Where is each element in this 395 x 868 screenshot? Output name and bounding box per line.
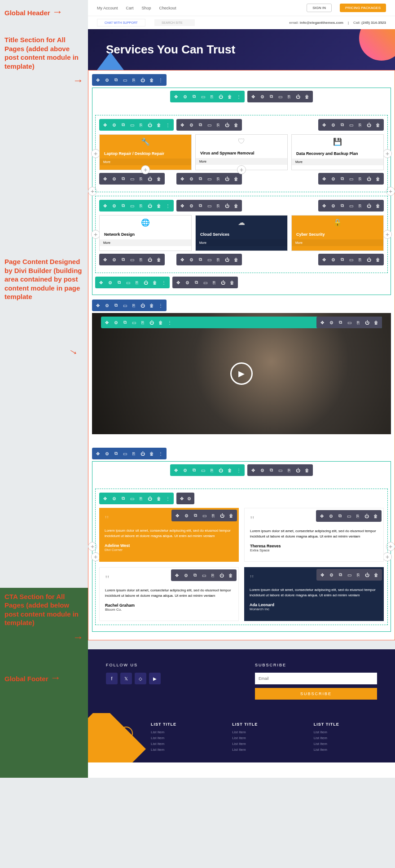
toolbar-icon[interactable]: ⚙ [186, 494, 193, 502]
add-button[interactable]: + [91, 552, 100, 561]
toolbar-icon[interactable]: ✥ [178, 121, 186, 129]
toolbar-icon[interactable]: ⎘ [356, 121, 364, 129]
toolbar-icon[interactable]: ⏻ [365, 202, 373, 210]
toolbar-icon[interactable]: ⏻ [146, 494, 154, 502]
toolbar-icon[interactable]: ⚙ [258, 466, 266, 474]
toolbar-icon[interactable]: 🗑 [155, 256, 163, 264]
section-toolbar[interactable]: ✥⚙⧉▭⎘⏻🗑⋮ [92, 448, 167, 459]
nav-my-account[interactable]: My Account [97, 6, 118, 10]
toolbar-icon[interactable]: ⧉ [338, 202, 346, 210]
toolbar-icon[interactable]: 🗑 [303, 93, 311, 101]
toolbar-icon[interactable]: ▭ [124, 278, 132, 286]
toolbar-icon[interactable]: ⧉ [338, 175, 346, 183]
footer-link[interactable]: List Item [151, 730, 214, 734]
module-toolbar[interactable]: ✥⚙⧉▭⎘⏻🗑 [318, 119, 384, 131]
toolbar-icon[interactable]: ⎘ [208, 466, 216, 474]
toolbar-icon[interactable]: ✥ [101, 202, 109, 210]
toolbar-icon[interactable]: ⏻ [146, 121, 154, 129]
more-link[interactable]: More [100, 159, 191, 165]
add-button[interactable]: + [383, 552, 392, 561]
toolbar-icon[interactable]: ▭ [128, 121, 136, 129]
toolbar-icon[interactable]: ⋮ [164, 121, 172, 129]
toolbar-icon[interactable]: ⏻ [146, 256, 154, 264]
toolbar-icon[interactable]: 🗑 [226, 93, 234, 101]
toolbar-icon[interactable]: 🗑 [148, 449, 156, 458]
toolbar-icon[interactable]: ⧉ [112, 76, 120, 84]
toolbar-icon[interactable]: ⎘ [356, 175, 364, 183]
row-toolbar[interactable]: ✥⚙⧉▭⎘⏻🗑⋮ [99, 493, 174, 504]
toolbar-icon[interactable]: ⚙ [187, 175, 195, 183]
toolbar-icon[interactable]: ⧉ [119, 202, 127, 210]
toolbar-icon[interactable]: ⏻ [148, 318, 156, 326]
footer-link[interactable]: List Item [151, 742, 214, 746]
toolbar-icon[interactable]: 🗑 [303, 466, 311, 474]
toolbar-icon[interactable]: ⏻ [139, 449, 147, 458]
toolbar-icon[interactable]: ✥ [97, 278, 105, 286]
toolbar-icon[interactable]: ⏻ [223, 175, 231, 183]
toolbar-icon[interactable]: ⧉ [336, 318, 344, 326]
footer-link[interactable]: List Item [314, 742, 377, 746]
toolbar-icon[interactable]: ⚙ [183, 278, 191, 286]
toolbar-icon[interactable]: ⚙ [112, 318, 120, 326]
module-toolbar[interactable]: ✥⚙⧉▭⎘⏻🗑 [247, 464, 313, 476]
toolbar-icon[interactable]: ✥ [320, 256, 328, 264]
row-toolbar[interactable]: ✥⚙⧉▭⎘⏻🗑⋮ [170, 91, 245, 102]
youtube-icon[interactable]: ▶ [149, 673, 161, 684]
toolbar-icon[interactable]: ✥ [101, 494, 109, 502]
toolbar-icon[interactable]: ⧉ [121, 318, 129, 326]
toolbar-icon[interactable]: ▭ [199, 93, 207, 101]
toolbar-icon[interactable]: ⏻ [217, 466, 225, 474]
toolbar-icon[interactable]: ⎘ [356, 202, 364, 210]
toolbar-icon[interactable]: ⧉ [267, 93, 275, 101]
toolbar-icon[interactable]: ⎘ [137, 494, 145, 502]
toolbar-icon[interactable]: ✥ [172, 466, 180, 474]
module-toolbar[interactable]: ✥⚙⧉▭⎘⏻🗑 [176, 119, 242, 131]
toolbar-icon[interactable]: ✥ [174, 278, 182, 286]
toolbar-icon[interactable]: ⧉ [119, 121, 127, 129]
toolbar-icon[interactable]: ✥ [101, 175, 109, 183]
more-link[interactable]: More [196, 239, 287, 246]
more-link[interactable]: More [100, 239, 191, 246]
toolbar-icon[interactable]: ▭ [347, 256, 355, 264]
toolbar-icon[interactable]: ⏻ [223, 202, 231, 210]
row-toolbar[interactable]: ✥⚙⧉▭⎘⏻🗑⋮ [170, 464, 245, 476]
toolbar-icon[interactable]: ⏻ [294, 466, 302, 474]
toolbar-icon[interactable]: ⏻ [139, 76, 147, 84]
module-toolbar[interactable]: ✥⚙⧉▭⎘⏻🗑 [316, 317, 382, 328]
footer-link[interactable]: List Item [151, 748, 214, 752]
toolbar-icon[interactable]: ⧉ [112, 301, 120, 309]
toolbar-icon[interactable]: ✥ [178, 494, 185, 502]
toolbar-icon[interactable]: ⎘ [354, 318, 362, 326]
toolbar-icon[interactable]: ⎘ [133, 278, 141, 286]
toolbar-icon[interactable]: ✥ [320, 202, 328, 210]
toolbar-icon[interactable]: ✥ [320, 121, 328, 129]
toolbar-icon[interactable]: ▭ [128, 202, 136, 210]
toolbar-icon[interactable]: ⎘ [356, 256, 364, 264]
service-card[interactable]: 💾 Data Recovery and Backup Plan More [291, 134, 384, 170]
toolbar-icon[interactable]: ▭ [347, 202, 355, 210]
toolbar-icon[interactable]: ⏻ [294, 93, 302, 101]
toolbar-icon[interactable]: ⧉ [267, 466, 275, 474]
service-card[interactable]: 🛡 Virus and Spyware Removal More + [195, 134, 288, 170]
service-card[interactable]: 🔒 Cyber Security More [291, 215, 384, 251]
toolbar-icon[interactable]: ▭ [121, 449, 129, 458]
toolbar-icon[interactable]: ⚙ [110, 256, 118, 264]
add-button[interactable]: + [91, 149, 100, 158]
toolbar-icon[interactable]: ⚙ [110, 494, 118, 502]
toolbar-icon[interactable]: ▭ [205, 121, 213, 129]
row-toolbar[interactable]: ✥⚙⧉▭⎘⏻🗑⋮ [95, 277, 170, 288]
toolbar-icon[interactable]: ▭ [347, 121, 355, 129]
pricing-button[interactable]: PRICING PACKAGES [340, 4, 386, 12]
play-button[interactable]: ▶ [230, 362, 253, 385]
more-link[interactable]: More [292, 239, 383, 246]
facebook-icon[interactable]: f [106, 673, 118, 684]
toolbar-icon[interactable]: 🗑 [228, 278, 236, 286]
toolbar-icon[interactable]: ▭ [205, 175, 213, 183]
chat-button[interactable]: CHAT WITH SUPPORT [97, 19, 145, 26]
toolbar-icon[interactable]: 🗑 [374, 121, 382, 129]
toolbar-icon[interactable]: ⧉ [115, 278, 123, 286]
nav-checkout[interactable]: Checkout [159, 6, 176, 10]
toolbar-icon[interactable]: ⧉ [119, 256, 127, 264]
toolbar-icon[interactable]: 🗑 [148, 76, 156, 84]
toolbar-icon[interactable]: 🗑 [372, 318, 380, 326]
